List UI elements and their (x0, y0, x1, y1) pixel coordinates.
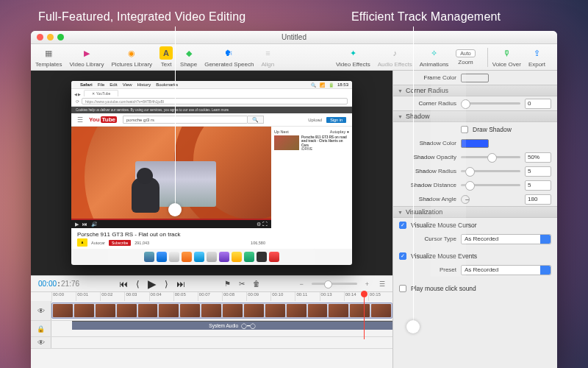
inspector-panel: Frame Color ▼Corner Radius Corner Radius… (392, 71, 557, 368)
draw-shadow-checkbox[interactable] (461, 126, 468, 133)
video-player (71, 127, 271, 219)
view-count: 106,580 (251, 241, 265, 245)
recorded-browser: Safari File Edit View History Bookmarks … (71, 81, 352, 265)
annotation-right: Efficient Track Management (351, 10, 501, 24)
list-view-button[interactable]: ☰ (379, 280, 385, 288)
frame-color-swatch[interactable] (461, 74, 489, 82)
video-title: Porsche 911 GT3 RS - Flat out on track (71, 228, 271, 238)
shadow-angle-field[interactable]: 180 (525, 194, 551, 205)
minimize-icon[interactable] (47, 34, 54, 40)
close-icon[interactable] (37, 34, 43, 40)
empty-track[interactable]: 👁 (31, 337, 392, 349)
vis-cursor-checkbox[interactable]: ✓ (399, 222, 406, 229)
shadow-distance-field[interactable]: 5 (525, 180, 551, 191)
audio-track[interactable]: 🔒 System Audio ◯━◯ (31, 321, 392, 337)
toolbar-templates[interactable]: ▦Templates (35, 46, 62, 68)
menubar-app: Safari (80, 82, 93, 87)
play-click-checkbox[interactable] (399, 285, 406, 292)
video-track[interactable]: 👁 Recording 8 (31, 301, 392, 321)
corner-radius-field[interactable]: 0 (525, 99, 551, 109)
timeline-ruler[interactable]: 00:0000:0100:0200:0300:0400:0500:0700:08… (31, 291, 392, 301)
zoom-icon[interactable] (57, 34, 64, 40)
toolbar-voice-over[interactable]: 🎙Voice Over (492, 46, 521, 68)
window-title: Untitled (282, 33, 306, 41)
toolbar-animations[interactable]: ✧Animations (420, 46, 449, 68)
toolbar-shape[interactable]: ◆Shape (180, 46, 197, 68)
corner-radius-slider[interactable] (461, 102, 520, 105)
toolbar-pictures-library[interactable]: ◉Pictures Library (111, 46, 152, 68)
section-visualization[interactable]: Visualization (406, 208, 442, 216)
section-corner-radius[interactable]: Corner Radius (406, 87, 448, 94)
lock-icon[interactable]: 🔒 (37, 325, 45, 333)
toolbar-zoom[interactable]: AutoZoom (456, 49, 475, 66)
shadow-opacity-slider[interactable] (461, 156, 520, 158)
toolbar-align[interactable]: ≡Align (261, 46, 274, 68)
shadow-distance-slider[interactable] (461, 184, 520, 186)
cookie-banner: Cookies help us deliver our services. By… (71, 107, 352, 113)
step-fwd-button[interactable]: ⟩ (165, 279, 168, 289)
transport-bar: 00:00:21:76 ⏮ ⟨ ▶ ⟩ ⏭ ⚑ ✂ 🗑 − + ☰ (31, 275, 392, 291)
toolbar-text[interactable]: AText (159, 46, 173, 68)
shadow-color-swatch[interactable] (461, 139, 489, 148)
shadow-radius-field[interactable]: 5 (525, 166, 551, 177)
autocar-badge: A (77, 238, 87, 247)
toolbar-audio-effects[interactable]: ♪Audio Effects (378, 46, 412, 68)
shadow-radius-slider[interactable] (461, 170, 520, 172)
step-back-button[interactable]: ⟨ (136, 279, 140, 289)
angle-dial[interactable] (461, 195, 470, 204)
toolbar-export[interactable]: ⇪Export (528, 46, 545, 68)
go-end-button[interactable]: ⏭ (176, 279, 185, 289)
section-shadow[interactable]: Shadow (406, 113, 430, 120)
eye-icon[interactable]: 👁 (37, 339, 45, 347)
app-window: Untitled ▦Templates ▶Video Library ◉Pict… (31, 31, 557, 368)
url-field: https://www.youtube.com/watch?v=84TB4h1j… (82, 98, 348, 105)
playhead[interactable] (364, 292, 365, 339)
youtube-logo-icon: YouTube (89, 116, 117, 123)
shadow-opacity-field[interactable]: 50% (525, 152, 551, 163)
youtube-search-input: porsche gt3 rs (123, 116, 248, 124)
split-button[interactable]: ✂ (239, 280, 245, 288)
timecode-out: 21:76 (61, 280, 79, 288)
video-clip[interactable] (51, 302, 392, 319)
toolbar: ▦Templates ▶Video Library ◉Pictures Libr… (31, 44, 557, 71)
search-icon: 🔍 (248, 116, 264, 124)
preset-select[interactable]: As Recorded (461, 265, 551, 275)
preview-canvas[interactable]: Safari File Edit View History Bookmarks … (31, 71, 392, 275)
go-start-button[interactable]: ⏮ (119, 279, 128, 289)
dock (108, 249, 315, 265)
toolbar-video-effects[interactable]: ✦Video Effects (336, 46, 370, 68)
play-button[interactable]: ▶ (148, 277, 157, 291)
signin-button: Sign in (326, 117, 346, 123)
vis-events-checkbox[interactable]: ✓ (399, 252, 406, 260)
system-audio-clip[interactable]: System Audio ◯━◯ (72, 321, 392, 330)
subscribe-button: Subscribe (109, 240, 131, 246)
titlebar: Untitled (31, 31, 557, 44)
toolbar-generated-speech[interactable]: 🗣Generated Speech (204, 46, 254, 68)
eye-icon[interactable]: 👁 (37, 307, 45, 315)
timeline-zoom-slider[interactable] (312, 283, 357, 285)
marker-button[interactable]: ⚑ (224, 280, 231, 288)
timecode-in: 00:00 (38, 280, 57, 288)
toolbar-video-library[interactable]: ▶Video Library (69, 46, 104, 68)
annotation-left: Full-Featured, Integrated Video Editing (38, 10, 245, 24)
delete-button[interactable]: 🗑 (253, 280, 260, 288)
cursor-type-select[interactable]: As Recorded (461, 234, 551, 244)
